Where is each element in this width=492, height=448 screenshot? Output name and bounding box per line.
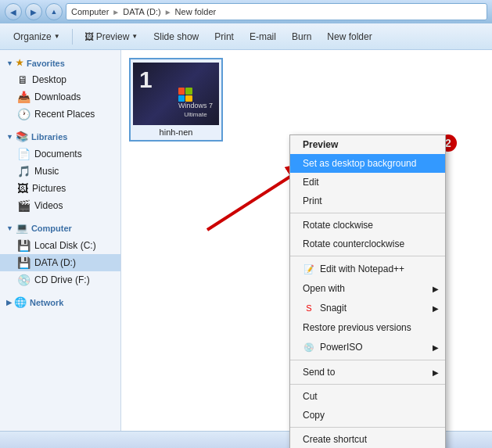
- sidebar-item-recent[interactable]: 🕐 Recent Places: [0, 106, 120, 123]
- cm-sep-5: [290, 427, 445, 428]
- sidebar-item-music[interactable]: 🎵 Music: [0, 163, 120, 180]
- cm-snagit-label: Snagit: [320, 303, 347, 314]
- cm-set-desktop[interactable]: Set as desktop background: [290, 154, 445, 173]
- back-button[interactable]: ◀: [5, 3, 22, 20]
- snagit-arrow: ▶: [433, 304, 439, 313]
- cm-open-with-label: Open with: [303, 283, 345, 294]
- slideshow-label: Slide show: [153, 31, 199, 42]
- breadcrumb-data-d[interactable]: DATA (D:): [123, 7, 160, 16]
- cm-sep-4: [290, 384, 445, 385]
- forward-button[interactable]: ▶: [25, 3, 42, 20]
- file-area[interactable]: 1 Windows 7Ultimate hinh-nen: [121, 50, 492, 431]
- cm-send-to[interactable]: Send to ▶: [290, 363, 445, 382]
- cm-cut-label: Cut: [303, 391, 318, 402]
- cm-set-desktop-label: Set as desktop background: [303, 158, 416, 169]
- libraries-arrow: ▼: [6, 133, 13, 141]
- main-area: ▼ ★ Favorites 🖥 Desktop 📥 Downloads 🕐 Re…: [0, 50, 492, 431]
- snagit-icon: S: [303, 302, 315, 314]
- sidebar-item-data-d[interactable]: 💾 DATA (D:): [0, 254, 120, 271]
- sidebar-section-favorites[interactable]: ▼ ★ Favorites: [0, 55, 120, 71]
- cm-create-shortcut[interactable]: Create shortcut: [290, 430, 445, 448]
- data-d-label: DATA (D:): [34, 257, 76, 268]
- windows-text: Windows 7Ultimate: [178, 102, 213, 119]
- file-name: hinh-nen: [160, 127, 193, 137]
- cm-copy[interactable]: Copy: [290, 406, 445, 425]
- email-label: E-mail: [250, 31, 276, 42]
- cm-print-label: Print: [303, 195, 322, 206]
- thumbnail-image: 1 Windows 7Ultimate: [133, 63, 219, 125]
- sidebar-item-desktop[interactable]: 🖥 Desktop: [0, 71, 120, 88]
- title-bar: ◀ ▶ ▲ Computer ► DATA (D:) ► New folder: [0, 0, 492, 23]
- file-thumbnail[interactable]: 1 Windows 7Ultimate hinh-nen: [129, 58, 223, 142]
- cm-sep-2: [290, 256, 445, 256]
- local-c-label: Local Disk (C:): [34, 240, 96, 251]
- downloads-icon: 📥: [17, 91, 31, 103]
- organize-button[interactable]: Organize ▼: [6, 27, 67, 47]
- windows-logo-area: Windows 7Ultimate: [178, 88, 213, 119]
- desktop-icon: 🖥: [17, 73, 28, 86]
- toolbar: Organize ▼ 🖼 Preview ▼ Slide show Print …: [0, 23, 492, 50]
- new-folder-label: New folder: [327, 31, 372, 42]
- breadcrumb[interactable]: Computer ► DATA (D:) ► New folder: [66, 3, 487, 20]
- breadcrumb-sep-1: ►: [112, 8, 120, 16]
- music-icon: 🎵: [17, 165, 31, 177]
- send-to-arrow: ▶: [433, 368, 439, 377]
- up-button[interactable]: ▲: [45, 3, 63, 20]
- organize-arrow: ▼: [54, 33, 60, 40]
- sidebar-item-videos[interactable]: 🎬 Videos: [0, 197, 120, 214]
- sidebar-item-documents[interactable]: 📄 Documents: [0, 145, 120, 163]
- organize-label: Organize: [13, 31, 52, 42]
- local-c-icon: 💾: [17, 239, 31, 252]
- cm-cut[interactable]: Cut: [290, 387, 445, 406]
- cm-preview[interactable]: Preview: [290, 135, 445, 154]
- thumbnail-number: 1: [139, 66, 153, 93]
- email-button[interactable]: E-mail: [242, 27, 283, 47]
- sidebar-item-cd-f[interactable]: 💿 CD Drive (F:): [0, 271, 120, 289]
- sidebar-section-libraries[interactable]: ▼ 📚 Libraries: [0, 127, 120, 145]
- sidebar-section-computer[interactable]: ▼ 💻 Computer: [0, 219, 120, 237]
- computer-arrow: ▼: [6, 224, 13, 232]
- print-button[interactable]: Print: [207, 27, 241, 47]
- breadcrumb-computer[interactable]: Computer: [71, 7, 109, 16]
- cd-f-label: CD Drive (F:): [34, 274, 90, 285]
- cm-snagit[interactable]: S Snagit ▶: [290, 298, 445, 318]
- data-d-icon: 💾: [17, 256, 31, 269]
- cm-copy-label: Copy: [303, 410, 325, 421]
- cm-print[interactable]: Print: [290, 192, 445, 210]
- windows-flag-icon: [178, 88, 192, 102]
- network-arrow: ▶: [6, 299, 12, 306]
- burn-button[interactable]: Burn: [285, 27, 318, 47]
- cm-edit[interactable]: Edit: [290, 173, 445, 192]
- cm-preview-label: Preview: [303, 139, 338, 150]
- breadcrumb-new-folder[interactable]: New folder: [175, 7, 217, 16]
- slideshow-button[interactable]: Slide show: [146, 27, 206, 47]
- cm-rotate-ccw[interactable]: Rotate counterclockwise: [290, 235, 445, 253]
- recent-label: Recent Places: [34, 109, 95, 120]
- sidebar-item-downloads[interactable]: 📥 Downloads: [0, 88, 120, 106]
- burn-label: Burn: [292, 31, 311, 42]
- sidebar-item-pictures[interactable]: 🖼 Pictures: [0, 180, 120, 197]
- cm-poweriso[interactable]: 💿 PowerISO ▶: [290, 337, 445, 357]
- preview-button[interactable]: 🖼 Preview ▼: [77, 27, 145, 47]
- sidebar-section-network[interactable]: ▶ 🌐 Network: [0, 293, 120, 311]
- cm-rotate-cw[interactable]: Rotate clockwise: [290, 216, 445, 235]
- sidebar-item-local-c[interactable]: 💾 Local Disk (C:): [0, 237, 120, 254]
- cm-edit-notepad[interactable]: 📝 Edit with Notepad++: [290, 259, 445, 279]
- context-menu: Preview Set as desktop background Edit P…: [289, 134, 446, 448]
- cm-send-to-label: Send to: [303, 367, 335, 378]
- cm-rotate-ccw-label: Rotate counterclockwise: [303, 238, 404, 249]
- pictures-icon: 🖼: [17, 182, 28, 195]
- pictures-label: Pictures: [32, 183, 66, 194]
- preview-label: Preview: [96, 31, 130, 42]
- cm-edit-notepad-label: Edit with Notepad++: [320, 263, 404, 274]
- documents-icon: 📄: [17, 148, 31, 160]
- open-with-arrow: ▶: [433, 285, 439, 293]
- documents-label: Documents: [34, 149, 82, 159]
- cm-restore-versions[interactable]: Restore previous versions: [290, 318, 445, 337]
- new-folder-button[interactable]: New folder: [320, 27, 379, 47]
- cd-f-icon: 💿: [17, 274, 31, 286]
- cm-open-with[interactable]: Open with ▶: [290, 279, 445, 298]
- network-label: Network: [30, 298, 63, 307]
- sidebar: ▼ ★ Favorites 🖥 Desktop 📥 Downloads 🕐 Re…: [0, 50, 121, 431]
- videos-label: Videos: [34, 200, 63, 211]
